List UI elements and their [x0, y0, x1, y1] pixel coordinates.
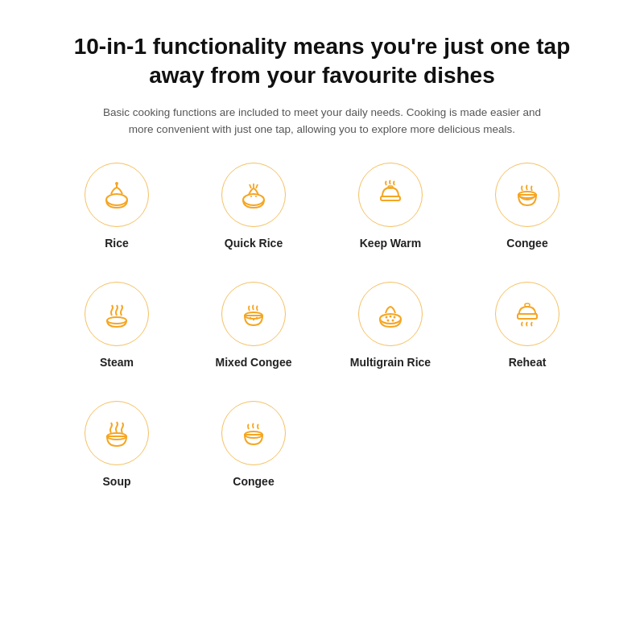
congee-r1-label: Congee: [506, 237, 547, 250]
congee-r1-icon: [510, 177, 545, 213]
svg-rect-22: [525, 303, 530, 307]
page-title: 10-in-1 functionality means you're just …: [48, 32, 596, 91]
feature-reheat: Reheat: [459, 282, 596, 369]
svg-point-17: [390, 315, 392, 317]
svg-point-14: [256, 317, 258, 319]
soup-icon: [99, 415, 134, 451]
keep-warm-icon: [373, 177, 408, 213]
svg-point-4: [250, 196, 252, 197]
rice-icon: [99, 177, 134, 213]
keep-warm-label: Keep Warm: [360, 237, 422, 250]
feature-multigrain-rice: Multigrain Rice: [322, 282, 459, 369]
mixed-congee-label: Mixed Congee: [216, 356, 292, 369]
mixed-congee-icon-circle: [221, 282, 286, 346]
keep-warm-icon-circle: [358, 163, 423, 227]
congee-r3-icon: [236, 415, 271, 451]
congee-r3-icon-circle: [221, 401, 286, 465]
feature-congee-r3: Congee: [185, 401, 322, 488]
multigrain-rice-label: Multigrain Rice: [350, 356, 431, 369]
reheat-label: Reheat: [509, 356, 547, 369]
multigrain-rice-icon: [373, 296, 408, 332]
feature-mixed-congee: Mixed Congee: [185, 282, 322, 369]
soup-icon-circle: [85, 401, 149, 465]
svg-point-0: [106, 194, 127, 205]
svg-point-18: [394, 316, 396, 318]
steam-icon-circle: [85, 282, 149, 346]
rice-label: Rice: [105, 237, 129, 250]
feature-soup: Soup: [48, 401, 185, 488]
soup-label: Soup: [103, 475, 131, 488]
svg-point-13: [253, 319, 254, 320]
reheat-icon: [510, 296, 545, 332]
congee-r3-label: Congee: [233, 475, 274, 488]
svg-point-2: [115, 182, 118, 185]
quick-rice-label: Quick Rice: [225, 237, 283, 250]
svg-point-20: [392, 319, 394, 321]
quick-rice-icon-circle: [221, 163, 286, 227]
svg-point-3: [243, 194, 264, 205]
feature-quick-rice: Quick Rice: [185, 163, 322, 250]
congee-r1-icon-circle: [495, 163, 559, 227]
steam-icon: [99, 296, 134, 332]
feature-steam: Steam: [48, 282, 185, 369]
svg-point-5: [255, 196, 257, 197]
page-description: Basic cooking functions are included to …: [97, 104, 547, 138]
svg-point-16: [386, 316, 388, 318]
svg-point-19: [387, 319, 390, 321]
feature-keep-warm: Keep Warm: [322, 163, 459, 250]
reheat-icon-circle: [495, 282, 559, 346]
svg-rect-7: [381, 196, 400, 200]
feature-rice: Rice: [48, 163, 185, 250]
page-header: 10-in-1 functionality means you're just …: [48, 32, 596, 138]
svg-rect-23: [518, 314, 537, 319]
multigrain-rice-icon-circle: [358, 282, 423, 346]
svg-point-12: [250, 317, 251, 319]
svg-point-10: [107, 317, 126, 324]
quick-rice-icon: [236, 177, 271, 213]
steam-label: Steam: [100, 356, 134, 369]
mixed-congee-icon: [236, 296, 271, 332]
feature-congee-r1: Congee: [459, 163, 596, 250]
rice-icon-circle: [85, 163, 149, 227]
features-grid: Rice Quick Rice: [48, 163, 596, 520]
